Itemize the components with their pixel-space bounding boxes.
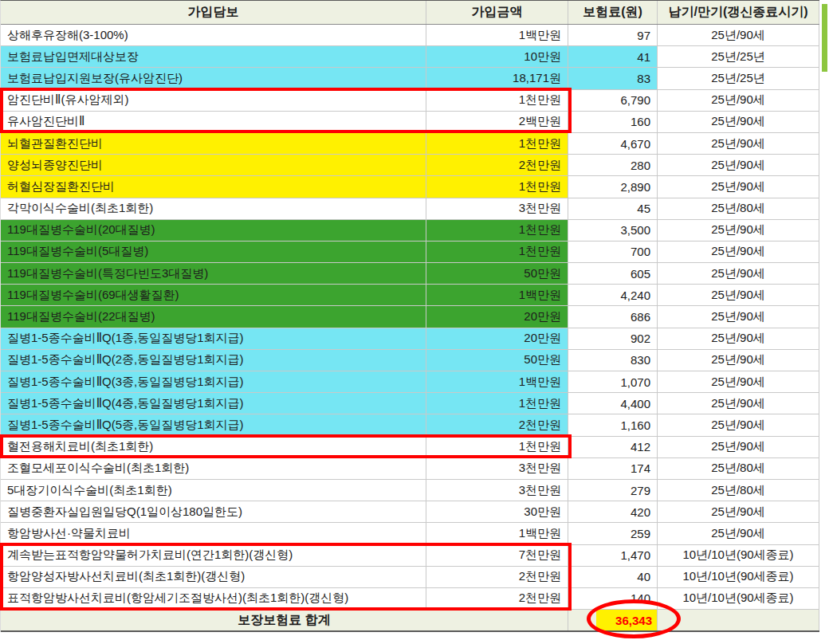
term-cell[interactable]: 25년/90세 bbox=[658, 328, 819, 350]
term-cell[interactable]: 25년/90세 bbox=[658, 220, 819, 242]
amount-cell[interactable]: 50만원 bbox=[426, 263, 568, 285]
amount-cell[interactable]: 3천만원 bbox=[426, 480, 568, 501]
premium-cell[interactable]: 902 bbox=[568, 328, 658, 350]
coverage-name-cell[interactable]: 119대질병수술비(69대생활질환) bbox=[1, 285, 426, 306]
amount-cell[interactable]: 20만원 bbox=[426, 328, 568, 350]
coverage-name-cell[interactable]: 유사암진단비Ⅱ bbox=[1, 112, 426, 133]
amount-cell[interactable]: 20만원 bbox=[426, 306, 568, 328]
term-cell[interactable]: 25년/90세 bbox=[658, 350, 819, 371]
amount-cell[interactable]: 50만원 bbox=[426, 350, 568, 371]
premium-cell[interactable]: 83 bbox=[568, 68, 658, 89]
header-term[interactable]: 납기/만기(갱신종료시기) bbox=[658, 1, 819, 24]
header-premium[interactable]: 보험료(원) bbox=[568, 1, 658, 24]
premium-cell[interactable]: 4,400 bbox=[568, 393, 658, 414]
amount-cell[interactable]: 30만원 bbox=[426, 501, 568, 523]
amount-cell[interactable]: 3천만원 bbox=[426, 458, 568, 480]
term-cell[interactable]: 10년/10년(90세종료) bbox=[658, 545, 819, 567]
amount-cell[interactable]: 1백만원 bbox=[426, 523, 568, 544]
coverage-name-cell[interactable]: 119대질병수술비(특정다빈도3대질병) bbox=[1, 263, 426, 285]
amount-cell[interactable]: 1백만원 bbox=[426, 371, 568, 393]
term-cell[interactable]: 25년/90세 bbox=[658, 242, 819, 263]
amount-cell[interactable]: 2백만원 bbox=[426, 112, 568, 133]
coverage-name-cell[interactable]: 5대장기이식수술비(최초1회한) bbox=[1, 480, 426, 501]
coverage-name-cell[interactable]: 질병1-5종수술비ⅡQ(5종,동일질병당1회지급) bbox=[1, 414, 426, 436]
premium-cell[interactable]: 1,070 bbox=[568, 371, 658, 393]
amount-cell[interactable]: 1천만원 bbox=[426, 176, 568, 198]
coverage-name-cell[interactable]: 질병1-5종수술비ⅡQ(2종,동일질병당1회지급) bbox=[1, 350, 426, 371]
premium-cell[interactable]: 140 bbox=[568, 588, 658, 610]
amount-cell[interactable]: 1백만원 bbox=[426, 25, 568, 46]
amount-cell[interactable]: 1천만원 bbox=[426, 393, 568, 414]
coverage-name-cell[interactable]: 계속받는표적항암약물허가치료비(연간1회한)(갱신형) bbox=[1, 545, 426, 567]
premium-cell[interactable]: 160 bbox=[568, 112, 658, 133]
term-cell[interactable]: 25년/25년 bbox=[658, 46, 819, 68]
term-cell[interactable]: 25년/90세 bbox=[658, 176, 819, 198]
coverage-name-cell[interactable]: 질병1-5종수술비ⅡQ(4종,동일질병당1회지급) bbox=[1, 393, 426, 414]
term-cell[interactable]: 25년/25년 bbox=[658, 68, 819, 89]
amount-cell[interactable]: 2천만원 bbox=[426, 588, 568, 610]
coverage-name-cell[interactable]: 조혈모세포이식수술비(최초1회한) bbox=[1, 458, 426, 480]
vertical-scrollbar-thumb[interactable] bbox=[822, 4, 827, 72]
amount-cell[interactable]: 1천만원 bbox=[426, 133, 568, 155]
premium-cell[interactable]: 41 bbox=[568, 46, 658, 68]
premium-cell[interactable]: 830 bbox=[568, 350, 658, 371]
term-cell[interactable]: 25년/80세 bbox=[658, 458, 819, 480]
total-premium-cell[interactable]: 36,343 bbox=[568, 610, 658, 630]
coverage-name-cell[interactable]: 보험료납입면제대상보장 bbox=[1, 46, 426, 68]
premium-cell[interactable]: 280 bbox=[568, 155, 658, 176]
coverage-name-cell[interactable]: 119대질병수술비(20대질병) bbox=[1, 220, 426, 242]
header-coverage[interactable]: 가입담보 bbox=[1, 1, 426, 24]
coverage-name-cell[interactable]: 119대질병수술비(5대질병) bbox=[1, 242, 426, 263]
header-amount[interactable]: 가입금액 bbox=[426, 1, 568, 24]
amount-cell[interactable]: 1천만원 bbox=[426, 242, 568, 263]
coverage-name-cell[interactable]: 양성뇌종양진단비 bbox=[1, 155, 426, 176]
amount-cell[interactable]: 2천만원 bbox=[426, 414, 568, 436]
coverage-name-cell[interactable]: 항암방사선·약물치료비 bbox=[1, 523, 426, 544]
term-cell[interactable]: 25년/90세 bbox=[658, 112, 819, 133]
coverage-name-cell[interactable]: 표적항암방사선치료비(항암세기조절방사선)(최초1회한)(갱신형) bbox=[1, 588, 426, 610]
term-cell[interactable]: 25년/90세 bbox=[658, 414, 819, 436]
premium-cell[interactable]: 412 bbox=[568, 437, 658, 458]
premium-cell[interactable]: 174 bbox=[568, 458, 658, 480]
term-cell[interactable]: 25년/90세 bbox=[658, 25, 819, 46]
term-cell[interactable]: 25년/80세 bbox=[658, 480, 819, 501]
coverage-name-cell[interactable]: 보험료납입지원보장(유사암진단) bbox=[1, 68, 426, 89]
amount-cell[interactable]: 1천만원 bbox=[426, 437, 568, 458]
coverage-name-cell[interactable]: 암진단비Ⅱ(유사암제외) bbox=[1, 90, 426, 112]
amount-cell[interactable]: 1천만원 bbox=[426, 220, 568, 242]
premium-cell[interactable]: 2,890 bbox=[568, 176, 658, 198]
premium-cell[interactable]: 700 bbox=[568, 242, 658, 263]
premium-cell[interactable]: 4,670 bbox=[568, 133, 658, 155]
premium-cell[interactable]: 4,240 bbox=[568, 285, 658, 306]
premium-cell[interactable]: 605 bbox=[568, 263, 658, 285]
premium-cell[interactable]: 97 bbox=[568, 25, 658, 46]
premium-cell[interactable]: 3,500 bbox=[568, 220, 658, 242]
amount-cell[interactable]: 3천만원 bbox=[426, 198, 568, 220]
amount-cell[interactable]: 1천만원 bbox=[426, 90, 568, 112]
amount-cell[interactable]: 18,171원 bbox=[426, 68, 568, 89]
amount-cell[interactable]: 10만원 bbox=[426, 46, 568, 68]
amount-cell[interactable]: 2천만원 bbox=[426, 567, 568, 588]
coverage-name-cell[interactable]: 119대질병수술비(22대질병) bbox=[1, 306, 426, 328]
term-cell[interactable]: 25년/90세 bbox=[658, 371, 819, 393]
coverage-name-cell[interactable]: 허혈심장질환진단비 bbox=[1, 176, 426, 198]
term-cell[interactable]: 25년/90세 bbox=[658, 306, 819, 328]
term-cell[interactable]: 25년/90세 bbox=[658, 90, 819, 112]
coverage-name-cell[interactable]: 각막이식수술비(최초1회한) bbox=[1, 198, 426, 220]
coverage-name-cell[interactable]: 질병1-5종수술비ⅡQ(1종,동일질병당1회지급) bbox=[1, 328, 426, 350]
premium-cell[interactable]: 279 bbox=[568, 480, 658, 501]
coverage-name-cell[interactable]: 혈전용해치료비(최초1회한) bbox=[1, 437, 426, 458]
premium-cell[interactable]: 40 bbox=[568, 567, 658, 588]
amount-cell[interactable]: 7천만원 bbox=[426, 545, 568, 567]
total-label[interactable]: 보장보험료 합계 bbox=[1, 610, 568, 630]
coverage-name-cell[interactable]: 항암양성자방사선치료비(최초1회한)(갱신형) bbox=[1, 567, 426, 588]
premium-cell[interactable]: 6,790 bbox=[568, 90, 658, 112]
premium-cell[interactable]: 1,160 bbox=[568, 414, 658, 436]
term-cell[interactable]: 25년/90세 bbox=[658, 437, 819, 458]
coverage-name-cell[interactable]: 상해후유장해(3-100%) bbox=[1, 25, 426, 46]
premium-cell[interactable]: 45 bbox=[568, 198, 658, 220]
coverage-name-cell[interactable]: 질병1-5종수술비ⅡQ(3종,동일질병당1회지급) bbox=[1, 371, 426, 393]
coverage-name-cell[interactable]: 뇌혈관질환진단비 bbox=[1, 133, 426, 155]
amount-cell[interactable]: 2천만원 bbox=[426, 155, 568, 176]
term-cell[interactable]: 25년/90세 bbox=[658, 133, 819, 155]
